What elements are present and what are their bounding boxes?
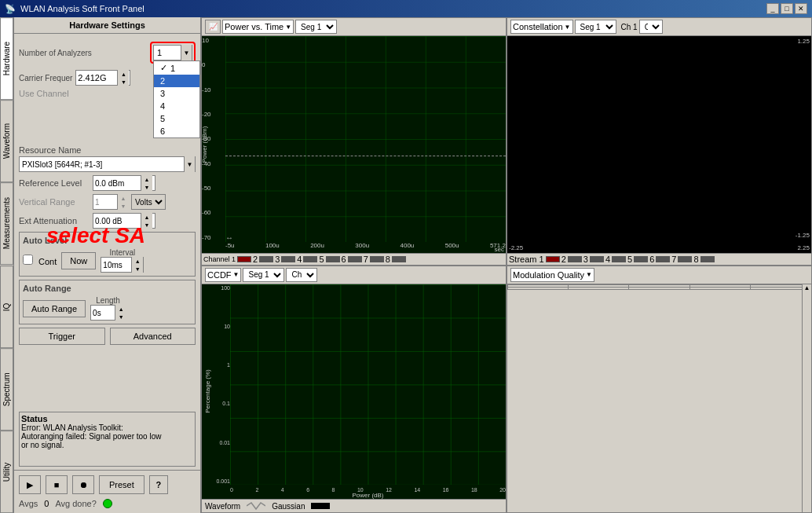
status-row: Avgs 0 Avg done? (19, 499, 196, 508)
vert-range-input[interactable] (93, 198, 117, 207)
option-2[interactable]: 2 (154, 75, 199, 87)
option-6[interactable]: 6 (154, 125, 199, 137)
app-icon: 📡 (5, 4, 16, 14)
ccdf-y-label: Percentage (%) (204, 369, 211, 413)
trigger-button[interactable]: Trigger (19, 328, 105, 345)
vert-range-up[interactable]: ▲ (118, 194, 129, 202)
tab-iq[interactable]: IQ (0, 266, 13, 348)
ccdf-ch-select[interactable]: Ch 1 (286, 268, 317, 282)
auto-level-box: Auto Level Cont Now Interval ▲ ▼ (19, 232, 196, 277)
modqual-title-dropdown[interactable]: Modulation Quality ▼ (510, 268, 594, 282)
interval-input[interactable] (101, 261, 131, 269)
power-plot-area: 10 0 -10 -20 -30 -40 -50 -60 -70 -5 (202, 36, 506, 253)
hw-settings-body: Number of Analyzers 1 ▼ ✓ 1 (14, 34, 200, 409)
ref-level-up[interactable]: ▲ (141, 175, 152, 183)
ch8-label: 8 (386, 255, 390, 264)
modqual-scrollbar[interactable]: ▲ (802, 284, 811, 513)
power-x-unit: sec (495, 246, 504, 253)
ccdf-x-label: Power (dB) (230, 492, 506, 499)
cont-checkbox[interactable] (23, 255, 33, 265)
stream-8-label: 8 (693, 255, 698, 264)
modqual-body: ▲ (507, 284, 811, 513)
ext-atten-up[interactable]: ▲ (141, 213, 152, 221)
constellation-seg-select[interactable]: Seg 1 (575, 20, 616, 34)
right-panel: 📈 Power vs. Time ▼ Seg 1 (201, 17, 812, 513)
preset-button[interactable]: Preset (99, 475, 144, 494)
help-button[interactable]: ? (149, 475, 168, 494)
ref-level-spinners: ▲ ▼ (141, 175, 152, 191)
auto-range-button[interactable]: Auto Range (23, 300, 86, 317)
tab-utility[interactable]: Utility (0, 431, 13, 513)
length-up[interactable]: ▲ (115, 305, 126, 313)
ccdf-title-dropdown[interactable]: CCDF ▼ (205, 268, 241, 282)
ch7-swatch (370, 256, 384, 262)
close-button[interactable]: ✕ (795, 3, 807, 14)
table-row (508, 287, 811, 289)
waveform-label: Waveform (205, 502, 240, 511)
option-4[interactable]: 4 (154, 100, 199, 112)
volts-select[interactable]: Volts (131, 194, 166, 210)
ref-level-down[interactable]: ▼ (141, 183, 152, 191)
now-button[interactable]: Now (61, 252, 96, 269)
resource-dropdown-arrow: ▼ (184, 156, 195, 172)
plot-pan-icon[interactable]: ↔ (225, 233, 233, 242)
length-label: Length (96, 296, 120, 305)
left-panel: Hardware Settings Number of Analyzers 1 … (14, 17, 201, 513)
auto-level-row: Cont Now Interval ▲ ▼ (23, 248, 192, 273)
resource-section: Resource Name PXISlot3 [5644R; #1-3] ▼ (19, 145, 196, 172)
tab-spectrum[interactable]: Spectrum (0, 348, 13, 431)
constellation-title-dropdown[interactable]: Constellation ▼ (510, 20, 573, 34)
record-button[interactable]: ⏺ (72, 475, 94, 494)
num-analyzers-open-dropdown[interactable]: ✓ 1 2 3 4 (153, 60, 200, 138)
restore-button[interactable]: □ (781, 3, 793, 14)
resource-name-dropdown[interactable]: PXISlot3 [5644R; #1-3] ▼ (19, 156, 196, 172)
play-button[interactable]: ▶ (19, 475, 41, 494)
power-seg-select[interactable]: Seg 1 (295, 20, 337, 34)
power-grid (225, 36, 506, 242)
constellation-ch-select[interactable]: Ch 1 (639, 20, 663, 34)
ext-atten-down[interactable]: ▼ (141, 221, 152, 229)
dropdown-arrow-icon: ▼ (181, 45, 192, 60)
ccdf-seg-select[interactable]: Seg 1 (243, 268, 284, 282)
num-analyzers-dropdown[interactable]: 1 ▼ (153, 45, 192, 60)
gaussian-line-icon (311, 501, 330, 511)
length-down[interactable]: ▼ (115, 313, 126, 321)
advanced-button[interactable]: Advanced (110, 328, 196, 345)
channel-1-label: Channel 1 (203, 255, 236, 263)
ref-level-input[interactable] (93, 179, 141, 188)
carrier-freq-down[interactable]: ▼ (118, 78, 129, 86)
stream8-swatch (700, 256, 715, 262)
power-plot-icon[interactable]: 📈 (205, 20, 221, 34)
ccdf-header: CCDF ▼ Seg 1 Ch 1 (202, 266, 506, 284)
interval-down[interactable]: ▼ (132, 265, 143, 273)
power-title-dropdown[interactable]: Power vs. Time ▼ (222, 20, 294, 34)
stream2-swatch (568, 256, 582, 262)
tab-measurements[interactable]: Measurements (0, 182, 13, 265)
carrier-freq-up[interactable]: ▲ (118, 70, 129, 78)
option-1[interactable]: ✓ 1 (154, 61, 199, 75)
cont-label: Cont (38, 257, 57, 266)
stream6-swatch (656, 256, 670, 262)
minimize-button[interactable]: _ (766, 3, 779, 14)
const-y-bottom: -1.25 (796, 232, 810, 239)
num-analyzers-row: Number of Analyzers 1 ▼ ✓ 1 (19, 38, 196, 67)
app-title: WLAN Analysis Soft Front Panel (20, 4, 144, 13)
ch2-label: 2 (253, 255, 258, 264)
interval-up[interactable]: ▲ (132, 257, 143, 265)
option-3[interactable]: 3 (154, 87, 199, 100)
length-col: Length ▲ ▼ (90, 296, 126, 321)
carrier-freq-input[interactable] (76, 73, 117, 82)
title-bar-left: 📡 WLAN Analysis Soft Front Panel (5, 4, 144, 14)
length-input[interactable] (91, 309, 115, 317)
vert-range-down[interactable]: ▼ (118, 202, 129, 210)
tab-waveform[interactable]: Waveform (0, 100, 13, 182)
num-analyzers-value: 1 (154, 48, 181, 57)
option-5[interactable]: 5 (154, 112, 199, 125)
ccdf-body: 100 10 1 0.1 0.01 0.001 0 2 4 6 (202, 284, 506, 500)
auto-range-title: Auto Range (23, 284, 192, 293)
ext-atten-input[interactable] (93, 217, 141, 225)
carrier-freq-input-wrap: ▲ ▼ (75, 70, 130, 86)
scroll-up-icon[interactable]: ▲ (803, 284, 811, 291)
stop-button[interactable]: ■ (46, 475, 68, 494)
tab-hardware[interactable]: Hardware (0, 17, 13, 100)
